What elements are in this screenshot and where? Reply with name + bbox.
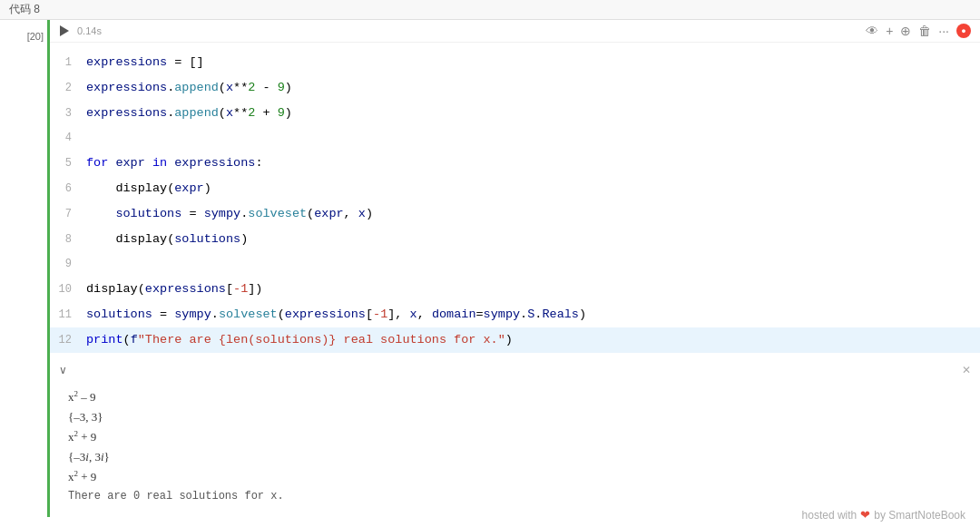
toolbar-right: 👁 + ⊕ 🗑 ··· ● — [866, 24, 971, 38]
code-line-12: 12 print(f"There are {len(solutions)} re… — [50, 327, 980, 353]
red-indicator: ● — [956, 24, 971, 38]
trash-icon[interactable]: 🗑 — [918, 24, 931, 38]
line-num-11: 11 — [50, 303, 86, 327]
code-cell-wrapper: [20] 0.14s 👁 + ⊕ 🗑 ··· ● — [0, 20, 980, 360]
more-icon[interactable]: ··· — [938, 24, 949, 38]
code-line-9: 9 — [50, 252, 980, 277]
code-line-3: 3 expressions.append(x**2 + 9) — [50, 101, 980, 126]
line-num-4: 4 — [50, 126, 86, 151]
cell-label-text: 代码 8 — [9, 2, 40, 17]
exec-time: 0.14s — [77, 25, 102, 36]
code-line-10: 10 display(expressions[-1]) — [50, 277, 980, 302]
output-content: x2 – 9 {–3, 3} x2 + 9 {–3i, 3i} x2 + 9 T… — [50, 380, 980, 517]
plus-icon[interactable]: + — [886, 24, 893, 38]
output-close-icon[interactable]: ✕ — [962, 364, 971, 376]
code-line-8: 8 display(solutions) — [50, 227, 980, 252]
output-toggle-left: ∨ — [59, 364, 67, 376]
run-button[interactable] — [57, 24, 72, 38]
output-left-gutter — [0, 360, 47, 517]
code-line-1: 1 expressions = [] — [50, 50, 980, 75]
output-math-2: x2 + 9 — [68, 427, 965, 447]
code-line-5: 5 for expr in expressions: — [50, 151, 980, 176]
line-code-2[interactable]: expressions.append(x**2 - 9) — [86, 75, 969, 100]
line-num-12: 12 — [50, 328, 86, 353]
heart-icon: ❤ — [860, 508, 870, 522]
line-code-3[interactable]: expressions.append(x**2 + 9) — [86, 101, 969, 125]
chevron-down-icon: ∨ — [59, 364, 67, 376]
code-content: 1 expressions = [] 2 expressions.append(… — [50, 43, 980, 360]
code-line-2: 2 expressions.append(x**2 - 9) — [50, 75, 980, 101]
line-num-5: 5 — [50, 151, 86, 176]
copy-icon[interactable]: ⊕ — [900, 24, 911, 38]
code-cell: 0.14s 👁 + ⊕ 🗑 ··· ● 1 expressions = [] — [47, 20, 980, 360]
eye-icon[interactable]: 👁 — [866, 24, 878, 38]
code-line-6: 6 display(expr) — [50, 176, 980, 201]
line-code-10[interactable]: display(expressions[-1]) — [86, 277, 969, 301]
line-code-1[interactable]: expressions = [] — [86, 50, 969, 74]
line-num-6: 6 — [50, 177, 86, 201]
notebook-container: 代码 8 [20] 0.14s 👁 + ⊕ 🗑 ··· — [0, 0, 980, 527]
line-code-7[interactable]: solutions = sympy.solveset(expr, x) — [86, 201, 969, 226]
toolbar-left: 0.14s — [57, 24, 102, 38]
cell-toolbar: 0.14s 👁 + ⊕ 🗑 ··· ● — [50, 20, 980, 43]
line-code-8[interactable]: display(solutions) — [86, 227, 969, 251]
line-num-1: 1 — [50, 51, 86, 75]
line-num-7: 7 — [50, 202, 86, 227]
output-math-1: x2 – 9 — [68, 387, 965, 407]
line-code-12[interactable]: print(f"There are {len(solutions)} real … — [86, 327, 969, 352]
execution-count: [20] — [4, 25, 47, 42]
footer: hosted with ❤ by SmartNoteBook — [788, 503, 980, 527]
line-num-8: 8 — [50, 228, 86, 252]
line-code-5[interactable]: for expr in expressions: — [86, 151, 969, 175]
output-cell-wrapper: ∨ ✕ x2 – 9 {–3, 3} x2 + 9 {–3i, 3i} x2 +… — [0, 360, 980, 517]
line-code-6[interactable]: display(expr) — [86, 176, 969, 200]
code-line-4: 4 — [50, 126, 980, 151]
footer-text-after: by SmartNoteBook — [874, 509, 965, 522]
cell-left-gutter: [20] — [0, 20, 47, 360]
cell-label-bar: 代码 8 — [0, 0, 980, 20]
output-cell: ∨ ✕ x2 – 9 {–3, 3} x2 + 9 {–3i, 3i} x2 +… — [47, 360, 980, 517]
footer-text-before: hosted with — [802, 509, 858, 522]
output-toggle[interactable]: ∨ ✕ — [50, 360, 980, 380]
output-set-2: {–3i, 3i} — [68, 447, 965, 467]
line-num-10: 10 — [50, 278, 86, 302]
code-line-7: 7 solutions = sympy.solveset(expr, x) — [50, 201, 980, 227]
line-code-11[interactable]: solutions = sympy.solveset(expressions[-… — [86, 302, 969, 327]
line-num-2: 2 — [50, 76, 86, 101]
line-num-9: 9 — [50, 252, 86, 277]
output-math-3: x2 + 9 — [68, 467, 965, 487]
output-set-1: {–3, 3} — [68, 407, 965, 427]
code-line-11: 11 solutions = sympy.solveset(expression… — [50, 302, 980, 327]
line-num-3: 3 — [50, 102, 86, 126]
run-triangle-icon — [60, 25, 69, 36]
